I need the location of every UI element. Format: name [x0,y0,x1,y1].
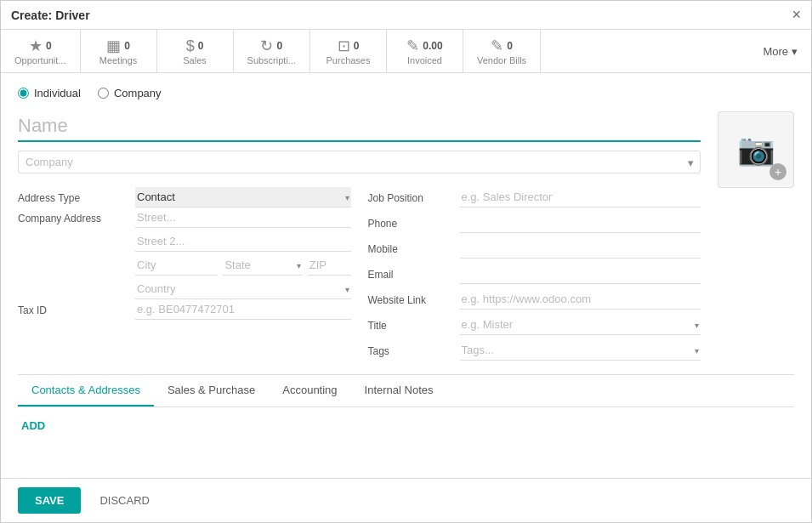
tabs-nav: Contacts & Addresses Sales & Purchase Ac… [18,375,794,407]
calendar-icon: ▦ [106,37,121,55]
contact-type-radio-group: Individual Company [18,87,794,99]
job-position-field [460,187,701,207]
phone-input[interactable] [460,213,701,233]
individual-radio-option[interactable]: Individual [18,87,81,99]
save-button[interactable]: SAVE [18,487,81,514]
more-button[interactable]: More ▾ [749,30,811,72]
right-address-col: Job Position Phone Mobile [368,187,701,361]
mobile-input[interactable] [460,238,701,259]
address-fields: Address Type Contact ▾ [18,187,701,361]
email-input[interactable] [460,264,701,284]
company-address-row: Company Address State [18,207,351,299]
street-input[interactable] [135,207,351,228]
state-select-wrap: State ▾ [223,255,302,276]
address-type-label: Address Type [18,187,128,204]
opportunities-count: 0 [46,40,52,52]
tags-row: Tags Tags... ▾ [368,340,701,361]
tax-id-field [135,299,351,320]
tab-accounting[interactable]: Accounting [269,375,350,406]
city-input[interactable] [135,255,218,276]
tab-internal-notes[interactable]: Internal Notes [351,375,447,406]
company-address-fields: State ▾ Country [135,207,351,299]
street2-input[interactable] [135,231,351,252]
purchases-label: Purchases [327,55,371,65]
company-radio-option[interactable]: Company [98,87,162,99]
tags-select[interactable]: Tags... [460,340,701,361]
invoiced-label: Invoiced [407,55,442,65]
dialog-title: Create: Driver [11,9,90,22]
website-input[interactable] [460,289,701,310]
discard-button[interactable]: DISCARD [89,487,160,514]
camera-icon: 📷 [737,132,775,168]
address-type-select[interactable]: Contact [135,187,351,207]
mobile-label: Mobile [368,238,453,255]
tax-id-input[interactable] [135,299,351,320]
job-position-label: Job Position [368,187,453,204]
tab-content: ADD [18,407,794,444]
opportunities-button[interactable]: ★ 0 Opportunit... [1,30,81,72]
address-type-field: Contact ▾ [135,187,351,207]
zip-input[interactable] [308,255,351,276]
address-type-row: Address Type Contact ▾ [18,187,351,207]
more-chevron-icon: ▾ [792,45,798,58]
country-select[interactable]: Country [135,279,351,299]
company-address-label: Company Address [18,207,128,225]
add-link[interactable]: ADD [21,419,45,432]
company-label: Company [114,87,162,99]
tags-label: Tags [368,340,453,357]
avatar-add-icon: + [769,163,786,180]
avatar-upload[interactable]: 📷 + [718,111,794,188]
company-select[interactable]: Company [18,151,701,173]
state-select[interactable]: State [223,255,302,276]
tax-id-row: Tax ID [18,299,351,320]
opportunities-label: Opportunit... [14,55,66,65]
create-driver-dialog: Create: Driver × ★ 0 Opportunit... ▦ 0 M… [0,0,812,523]
city-state-zip-row: State ▾ [135,255,351,276]
sales-count: 0 [198,40,204,52]
email-field [460,264,701,284]
mobile-row: Mobile [368,238,701,259]
tags-field: Tags... ▾ [460,340,701,361]
invoice-icon: ✎ [406,37,419,55]
refresh-icon: ↻ [260,37,273,55]
website-row: Website Link [368,289,701,310]
job-position-input[interactable] [460,187,701,207]
sales-button[interactable]: $ 0 Sales [157,30,234,72]
right-panel: 📷 + [718,111,794,361]
close-button[interactable]: × [792,6,801,24]
title-row: Title e.g. Mister ▾ [368,315,701,335]
individual-label: Individual [34,87,81,99]
title-select[interactable]: e.g. Mister [460,315,701,335]
individual-radio[interactable] [18,88,29,99]
vendor-bills-button[interactable]: ✎ 0 Vendor Bills [463,30,541,72]
meetings-button[interactable]: ▦ 0 Meetings [81,30,157,72]
tab-contacts-addresses[interactable]: Contacts & Addresses [18,375,154,406]
tab-sales-purchase[interactable]: Sales & Purchase [154,375,269,406]
subscriptions-button[interactable]: ↻ 0 Subscripti... [234,30,310,72]
meetings-count: 0 [124,40,130,52]
left-address-col: Address Type Contact ▾ [18,187,351,361]
meetings-label: Meetings [99,55,138,65]
tabs-section: Contacts & Addresses Sales & Purchase Ac… [18,374,794,444]
tax-id-label: Tax ID [18,299,128,316]
phone-row: Phone [368,213,701,233]
left-panel: Company ▾ Address Type Contact [18,111,701,361]
title-field: e.g. Mister ▾ [460,315,701,335]
vendor-icon: ✎ [491,37,503,55]
invoiced-button[interactable]: ✎ 0.00 Invoiced [387,30,463,72]
sales-label: Sales [183,55,207,65]
mobile-field [460,238,701,259]
main-content: Company ▾ Address Type Contact [18,111,794,361]
purchases-button[interactable]: ⊡ 0 Purchases [310,30,387,72]
invoiced-count: 0.00 [423,40,442,52]
star-icon: ★ [29,37,43,55]
dialog-header: Create: Driver × [1,1,811,30]
company-radio[interactable] [98,88,109,99]
name-input[interactable] [18,111,701,142]
vendor-bills-count: 0 [507,40,513,52]
purchases-count: 0 [354,40,360,52]
website-label: Website Link [368,289,453,306]
email-label: Email [368,264,453,281]
more-label: More [763,45,788,58]
form-body: Individual Company Company ▾ [1,73,811,478]
